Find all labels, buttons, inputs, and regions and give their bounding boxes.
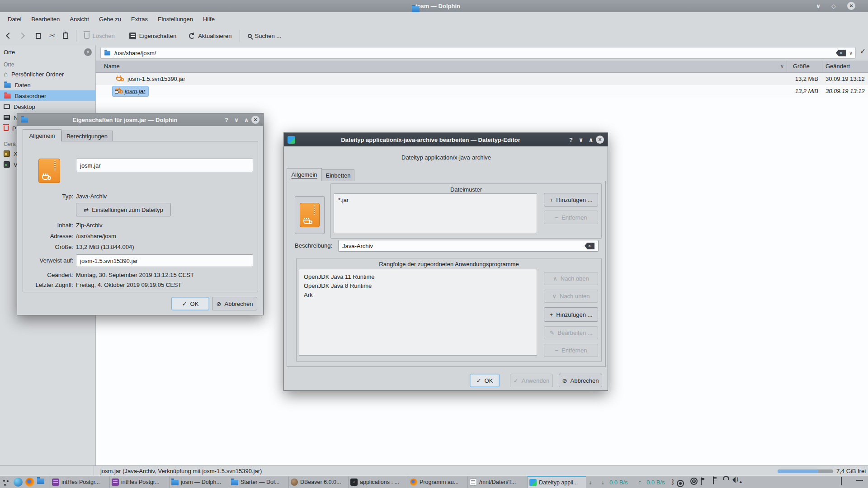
search-button[interactable]: Suchen ...	[244, 28, 286, 43]
back-button[interactable]	[3, 28, 15, 43]
filetype-icon-button[interactable]	[295, 196, 325, 234]
remove-pattern-button[interactable]: − Entfernen	[544, 211, 598, 224]
patterns-list[interactable]: *.jar	[334, 193, 537, 233]
filetype-dialog-titlebar[interactable]: Dateityp application/x-java-archive bear…	[284, 133, 608, 146]
back-icon	[6, 33, 12, 39]
firefox-icon[interactable]	[25, 478, 34, 487]
column-divider[interactable]	[822, 61, 822, 73]
properties-dialog-titlebar[interactable]: Eigenschaften für josm.jar — Dolphin ? ∨…	[17, 113, 263, 126]
minimize-icon[interactable]: ∨	[576, 136, 586, 143]
menu-einstellungen[interactable]: Einstellungen	[153, 16, 198, 23]
location-bar[interactable]: /usr/share/josm/ × ∨	[100, 47, 856, 59]
menu-gehe-zu[interactable]: Gehe zu	[94, 16, 126, 23]
move-up-button[interactable]: ∧ Nach oben	[544, 272, 598, 285]
cancel-button[interactable]: ⊘ Abbrechen	[559, 374, 602, 387]
app-list-item[interactable]: Ark	[299, 291, 537, 300]
edit-app-button[interactable]: ✎ Bearbeiten ...	[544, 326, 598, 339]
column-modified[interactable]: Geändert	[826, 63, 850, 70]
file-row-josm-link[interactable]: josm.jar 13,2 MiB 30.09.19 13:12	[96, 85, 868, 97]
help-icon[interactable]: ?	[566, 136, 576, 143]
selected-file[interactable]: josm.jar	[112, 86, 149, 97]
menu-extras[interactable]: Extras	[126, 16, 153, 23]
task-scroll-down-icon[interactable]: ↓	[589, 479, 592, 486]
clear-description-icon[interactable]: ×	[585, 243, 594, 249]
task-editor[interactable]: /mnt/Daten/T...	[467, 476, 526, 488]
maximize-icon[interactable]: ∧	[241, 117, 251, 123]
task-inthes-2[interactable]: intHes Postgr...	[109, 476, 168, 488]
task-inthes-1[interactable]: intHes Postgr...	[50, 476, 108, 488]
app-list-item[interactable]: OpenJDK Java 8 Runtime	[299, 282, 537, 291]
dolphin-launcher-icon[interactable]	[37, 478, 46, 487]
menu-datei[interactable]: Datei	[3, 16, 26, 23]
move-down-button[interactable]: ∨ Nach unten	[544, 290, 598, 303]
statusbar-divider	[94, 466, 94, 476]
file-row-jar[interactable]: josm-1.5.svn15390.jar 13,2 MiB 30.09.19 …	[96, 73, 868, 85]
show-desktop-icon[interactable]	[841, 477, 842, 485]
minimize-icon[interactable]: ∨	[813, 3, 824, 9]
clipboard-icon[interactable]	[713, 476, 714, 484]
app-list-item[interactable]: OpenJDK Java 11 Runtime	[299, 269, 537, 282]
sidebar-item-basisordner[interactable]: Basisordner	[0, 90, 95, 101]
dolphin-titlebar[interactable]: josm — Dolphin ∨ ◇ ×	[0, 0, 868, 12]
tray-expander-icon[interactable]: ▲	[739, 479, 743, 484]
forward-button[interactable]	[15, 28, 28, 43]
copy-button[interactable]	[32, 28, 45, 43]
tab-einbetten[interactable]: Einbetten	[322, 169, 354, 181]
places-close-icon[interactable]: ×	[84, 48, 92, 56]
task-starter-dolphin[interactable]: Starter — Dol...	[229, 476, 288, 488]
paste-button[interactable]	[59, 28, 72, 43]
battery-icon[interactable]	[701, 477, 702, 485]
sidebar-item-home[interactable]: ⌂ Persönlicher Ordner	[0, 69, 95, 80]
points-to-input[interactable]: josm-1.5.svn15390.jar	[76, 254, 253, 267]
tab-berechtigungen[interactable]: Berechtigungen	[61, 131, 113, 141]
tab-allgemein[interactable]: Allgemein	[23, 129, 61, 141]
maximize-icon[interactable]: ∧	[586, 136, 596, 143]
cut-button[interactable]: ✂	[45, 28, 59, 43]
location-apply-icon[interactable]: ✓	[860, 47, 866, 56]
clear-location-icon[interactable]: ×	[836, 50, 846, 56]
filetype-settings-button[interactable]: ⇄ Einstellungen zum Dateityp	[76, 203, 171, 216]
tab-allgemein[interactable]: Allgemein	[287, 168, 322, 181]
delete-button[interactable]: Löschen	[80, 28, 119, 43]
maximize-icon[interactable]: ◇	[828, 3, 839, 9]
add-pattern-button[interactable]: + Hinzufügen ...	[544, 193, 598, 206]
help-icon[interactable]: ?	[222, 117, 231, 123]
cancel-button[interactable]: ⊘ Abbrechen	[212, 297, 257, 310]
menu-hilfe[interactable]: Hilfe	[198, 16, 220, 23]
file-name: josm.jar	[125, 88, 146, 94]
ok-button[interactable]: ✓ OK	[171, 297, 209, 310]
remove-app-button[interactable]: − Entfernen	[544, 344, 598, 357]
column-divider[interactable]	[787, 61, 787, 73]
ok-button[interactable]: ✓ OK	[470, 374, 500, 387]
menu-bearbeiten[interactable]: Bearbeiten	[26, 16, 65, 23]
close-icon[interactable]: ×	[251, 116, 259, 124]
menu-ansicht[interactable]: Ansicht	[65, 16, 94, 23]
task-dbeaver[interactable]: DBeaver 6.0.0...	[288, 476, 347, 488]
column-size[interactable]: Größe	[793, 63, 810, 70]
column-name[interactable]: Name	[104, 63, 120, 70]
pattern-item[interactable]: *.jar	[334, 194, 537, 206]
bluetooth-icon[interactable]: ᛒ	[671, 478, 675, 486]
location-path[interactable]: /usr/share/josm/	[114, 50, 156, 56]
add-app-button[interactable]: + Hinzufügen ...	[544, 307, 598, 322]
close-icon[interactable]: ×	[847, 2, 855, 10]
task-terminal[interactable]: › applications : ...	[348, 476, 407, 488]
location-dropdown-icon[interactable]: ∨	[849, 50, 853, 56]
task-filetype-editor[interactable]: Dateityp appli...	[527, 476, 586, 488]
task-josm-dolphin[interactable]: josm — Dolph...	[169, 476, 228, 488]
content-value: Zip-Archiv	[76, 222, 103, 229]
task-label: DBeaver 6.0.0...	[300, 479, 345, 485]
sidebar-item-daten[interactable]: Daten	[0, 80, 95, 90]
jar-link-icon	[115, 89, 121, 93]
thunderbird-icon[interactable]	[14, 478, 23, 487]
filename-input[interactable]: josm.jar	[76, 159, 253, 172]
minimize-icon[interactable]: ∨	[231, 117, 241, 123]
properties-button[interactable]: Eigenschaften	[125, 28, 180, 43]
description-input[interactable]: Java-Archiv ×	[338, 240, 599, 252]
sidebar-item-desktop[interactable]: Desktop	[0, 101, 95, 112]
close-icon[interactable]: ×	[596, 136, 604, 144]
apply-button[interactable]: ✓ Anwenden	[510, 374, 553, 387]
apps-list[interactable]: OpenJDK Java 11 Runtime OpenJDK Java 8 R…	[299, 269, 537, 356]
task-firefox[interactable]: Programm au...	[408, 476, 467, 488]
refresh-button[interactable]: Aktualisieren	[185, 28, 236, 43]
